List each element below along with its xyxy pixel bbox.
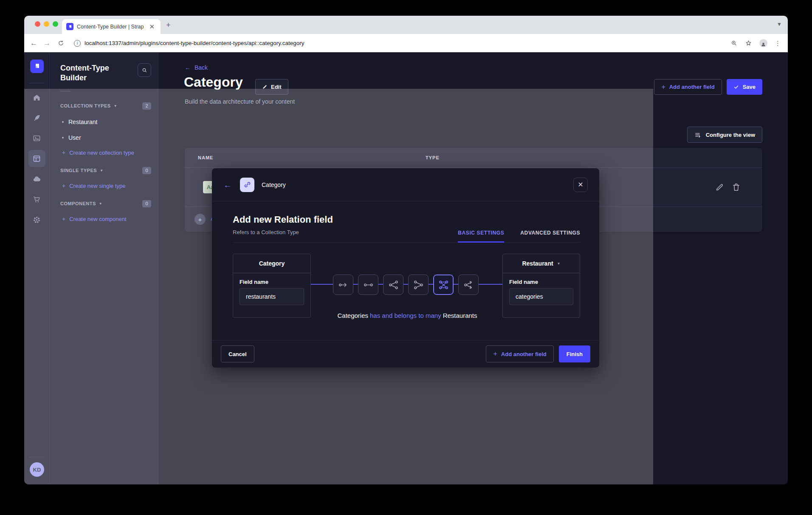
back-arrow-icon: ←	[185, 64, 191, 71]
chevron-down-icon: ▼	[557, 262, 561, 266]
field-name-label: Field name	[509, 279, 573, 285]
save-button[interactable]: Save	[727, 79, 762, 95]
plus-icon: +	[493, 350, 497, 358]
zoom-window-button[interactable]	[53, 21, 58, 27]
modal-add-another-field-button[interactable]: + Add another field	[486, 345, 553, 362]
url-bar: ← → i localhost:1337/admin/plugins/conte…	[24, 34, 788, 52]
modal-header: ← Category ✕	[212, 168, 599, 201]
search-button[interactable]	[138, 63, 151, 77]
omnibox[interactable]: i localhost:1337/admin/plugins/content-t…	[74, 40, 730, 47]
target-card: Restaurant ▼ Field name	[502, 254, 580, 318]
finish-button[interactable]: Finish	[559, 345, 590, 362]
forward-nav-icon[interactable]: →	[43, 40, 51, 47]
many-to-many-icon	[438, 280, 449, 290]
tab-advanced-settings[interactable]: ADVANCED SETTINGS	[520, 230, 580, 243]
field-name-label: Field name	[240, 279, 304, 285]
close-modal-button[interactable]: ✕	[573, 178, 588, 192]
relation-one-to-one-button[interactable]	[358, 274, 378, 295]
one-way-icon	[338, 280, 349, 290]
relation-one-to-many-button[interactable]	[383, 274, 403, 295]
traffic-lights	[35, 21, 58, 27]
relation-picker: Category Field name	[233, 254, 580, 318]
edit-row-pencil-icon[interactable]	[715, 182, 725, 192]
relation-many-to-many-button[interactable]	[433, 274, 454, 295]
modal-title: Add new Relation field	[233, 214, 333, 225]
browser-window: Content-Type Builder | Strapi ✕ + ▼ ← → …	[24, 16, 788, 484]
search-icon	[141, 67, 148, 74]
configure-view-button[interactable]: Configure the view	[687, 127, 762, 143]
many-to-one-icon	[413, 280, 424, 290]
target-collection-select[interactable]: Restaurant ▼	[503, 254, 580, 273]
minimize-window-button[interactable]	[44, 21, 49, 27]
reload-icon[interactable]	[57, 40, 65, 47]
browser-tab[interactable]: Content-Type Builder | Strapi ✕	[62, 19, 161, 34]
relation-many-to-one-button[interactable]	[408, 274, 429, 295]
profile-icon[interactable]	[759, 39, 767, 47]
one-to-one-icon	[363, 280, 374, 290]
modal-subtitle: Refers to a Collection Type	[233, 229, 299, 235]
has-many-icon	[463, 280, 474, 290]
back-link[interactable]: ← Back	[185, 64, 208, 71]
new-tab-button[interactable]: +	[166, 21, 171, 29]
check-icon	[733, 84, 739, 90]
delete-row-trash-icon[interactable]	[731, 182, 741, 192]
chevron-down-icon[interactable]: ▼	[777, 21, 782, 27]
strapi-logo[interactable]	[30, 59, 44, 73]
one-to-many-icon	[388, 280, 399, 290]
tab-strip: Content-Type Builder | Strapi ✕ + ▼	[24, 16, 788, 34]
back-nav-icon[interactable]: ←	[30, 40, 37, 47]
plus-icon: +	[661, 83, 665, 91]
url-text[interactable]: localhost:1337/admin/plugins/content-typ…	[85, 40, 304, 46]
tab-basic-settings[interactable]: BASIC SETTINGS	[458, 230, 504, 243]
tab-close-icon[interactable]: ✕	[147, 23, 156, 31]
add-another-field-button[interactable]: + Add another field	[654, 79, 722, 95]
relation-has-many-button[interactable]	[458, 274, 479, 295]
add-relation-modal: ← Category ✕ Add new Relation field Refe…	[212, 168, 599, 368]
strapi-favicon-icon	[66, 23, 73, 30]
relation-link-icon	[240, 178, 254, 192]
source-card-title: Category	[233, 254, 310, 273]
close-window-button[interactable]	[35, 21, 40, 27]
sidebar-title: Content-Type Builder	[60, 63, 120, 83]
cancel-button[interactable]: Cancel	[221, 345, 254, 362]
modal-titlebar: Add new Relation field Refers to a Colle…	[233, 201, 580, 243]
modal-breadcrumb: Category	[262, 181, 286, 188]
target-field-name-input[interactable]	[509, 288, 573, 305]
relation-one-way-button[interactable]	[333, 274, 353, 295]
relation-sentence: Categorieshas and belongs to manyRestaur…	[233, 312, 582, 319]
modal-footer: Cancel + Add another field Finish	[212, 340, 599, 368]
kebab-menu-icon[interactable]: ⋮	[775, 40, 781, 46]
source-field-name-input[interactable]	[240, 288, 304, 305]
source-card: Category Field name	[233, 254, 311, 318]
tab-title: Content-Type Builder | Strapi	[77, 24, 144, 30]
bookmark-star-icon[interactable]	[745, 40, 752, 47]
zoom-icon[interactable]	[730, 40, 738, 47]
configure-icon	[694, 131, 702, 139]
modal-back-arrow-icon[interactable]: ←	[223, 181, 232, 189]
page-title: Category	[184, 74, 243, 90]
site-info-icon[interactable]: i	[74, 40, 81, 47]
